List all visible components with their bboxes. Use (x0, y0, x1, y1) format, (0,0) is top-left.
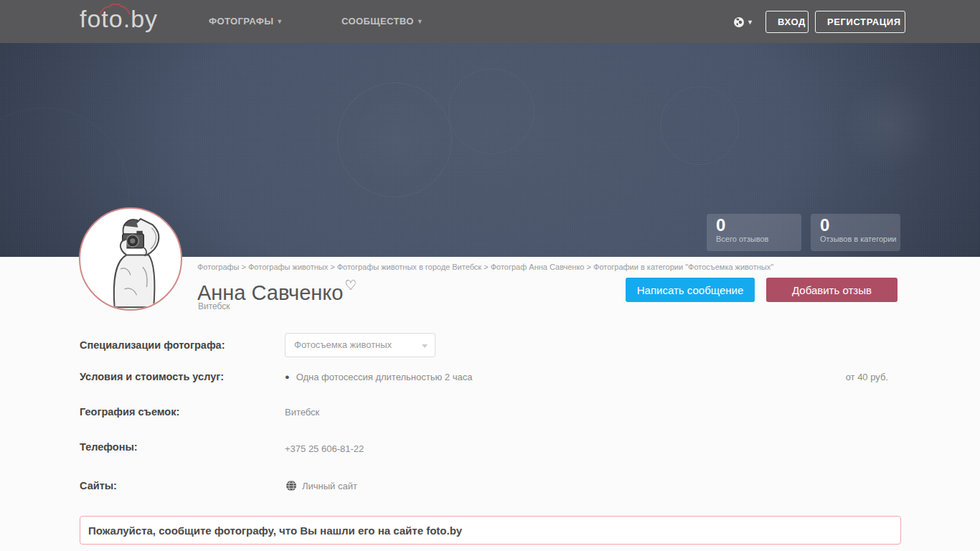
language-selector[interactable]: ▼ (733, 16, 755, 29)
chevron-down-icon: ▼ (276, 18, 283, 25)
geography-label: География съемок: (80, 406, 179, 418)
specializations-label: Специализации фотографа: (80, 339, 225, 351)
add-review-button[interactable]: Добавить отзыв (766, 278, 897, 302)
notice-text: Пожалуйста, сообщите фотографу, что Вы н… (88, 524, 462, 537)
chevron-down-icon (422, 344, 428, 348)
stat-value: 0 (716, 216, 801, 235)
nav-item-label: СООБЩЕСТВО (341, 16, 414, 27)
nav-item-community[interactable]: СООБЩЕСТВО▼ (341, 0, 423, 43)
login-button[interactable]: ВХОД (765, 11, 809, 33)
stat-total-reviews[interactable]: 0 Всего отзывов (707, 214, 801, 251)
notice-banner: Пожалуйста, сообщите фотографу, что Вы н… (80, 516, 901, 545)
specialization-select[interactable]: Фотосъемка животных (285, 333, 435, 357)
logo-camera-icon (98, 4, 131, 15)
avatar[interactable] (79, 207, 182, 311)
chevron-down-icon: ▼ (747, 19, 753, 26)
top-navbar: foto.by ФОТОГРАФЫ▼ СООБЩЕСТВО▼ ▼ ВХОД РЕ… (0, 0, 980, 43)
globe-icon (733, 17, 745, 28)
nav-item-photographers[interactable]: ФОТОГРАФЫ▼ (209, 0, 283, 43)
pricing-item-text: Одна фотосессия длительностью 2 часа (296, 372, 473, 382)
stat-label: Отзывов в категории (820, 235, 900, 243)
sites-label: Сайты: (80, 480, 117, 491)
photographer-city: Витебск (198, 301, 230, 311)
photographer-sketch-illustration (80, 209, 181, 309)
breadcrumb[interactable]: Фотографы > Фотографы животных > Фотогра… (197, 263, 773, 271)
stat-label: Всего отзывов (716, 235, 801, 243)
stat-value: 0 (820, 216, 900, 235)
stat-category-reviews[interactable]: 0 Отзывов в категории (811, 214, 900, 251)
bokeh-circle (337, 83, 452, 197)
nav-item-label: ФОТОГРАФЫ (209, 16, 273, 27)
pricing-label: Условия и стоимость услуг: (80, 371, 224, 382)
chevron-down-icon: ▼ (417, 18, 423, 25)
bokeh-circle (448, 68, 534, 154)
personal-site-label: Личный сайт (302, 481, 357, 491)
globe-icon (286, 480, 297, 491)
phones-label: Телефоны: (80, 441, 138, 453)
bullet-icon: ● (285, 372, 290, 381)
bokeh-circle (660, 86, 739, 165)
register-button[interactable]: РЕГИСТРАЦИЯ (815, 11, 905, 33)
write-message-button[interactable]: Написать сообщение (626, 278, 755, 302)
bokeh-circle (843, 79, 936, 172)
geography-value: Витебск (285, 407, 319, 418)
pricing-value: от 40 руб. (846, 372, 888, 382)
phone-number: +375 25 606-81-22 (285, 443, 364, 454)
personal-site-link[interactable]: Личный сайт (286, 480, 357, 491)
pricing-item: ●Одна фотосессия длительностью 2 часа (285, 372, 472, 382)
specialization-selected-value: Фотосъемка животных (294, 339, 392, 350)
heart-icon[interactable]: ♡ (344, 278, 357, 293)
